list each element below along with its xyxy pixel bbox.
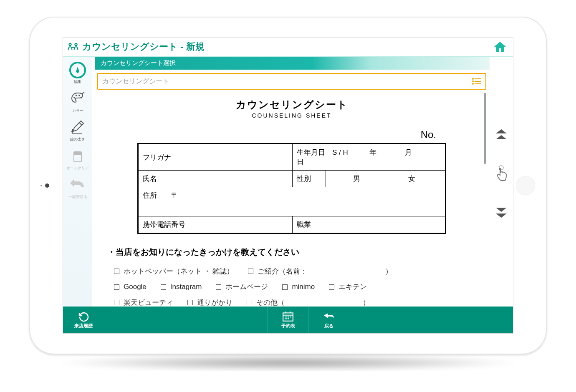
cell-phone[interactable]: 携帯電話番号 bbox=[138, 216, 293, 234]
svg-point-10 bbox=[472, 80, 474, 82]
tool-color-label: カラー bbox=[72, 108, 83, 113]
cell-address[interactable]: 住所 〒 bbox=[138, 187, 446, 216]
svg-rect-9 bbox=[475, 78, 481, 79]
section-header: カウンセリングシート選択 bbox=[95, 57, 490, 70]
cell-gender-label: 性別 bbox=[293, 171, 326, 187]
list-icon bbox=[472, 78, 481, 85]
svg-point-12 bbox=[472, 83, 474, 85]
sheet-selector-value: カウンセリングシート bbox=[102, 77, 169, 86]
cell-furigana-value[interactable] bbox=[188, 144, 293, 171]
gender-female[interactable]: 女 bbox=[385, 174, 438, 183]
bottom-calendar[interactable]: 予約表 bbox=[267, 307, 308, 333]
scroll-up-icon[interactable] bbox=[495, 129, 508, 140]
sheet-title-en: COUNSELING SHEET bbox=[97, 112, 486, 119]
tool-thickness-label: 線の太さ bbox=[70, 137, 85, 142]
choice-google[interactable]: Google bbox=[114, 279, 147, 294]
top-bar: カウンセリングシート - 新規 bbox=[63, 38, 513, 57]
bottom-history-label: 来店履歴 bbox=[74, 323, 93, 329]
back-arrow-icon bbox=[323, 311, 335, 322]
pen-in-circle-icon bbox=[73, 66, 82, 74]
history-icon bbox=[78, 311, 89, 322]
eraser-icon bbox=[71, 149, 85, 163]
svg-rect-7 bbox=[74, 152, 81, 155]
svg-point-1 bbox=[75, 43, 77, 45]
cell-gender-value[interactable]: 男 女 bbox=[326, 171, 446, 187]
sheet-no-label: No. bbox=[97, 129, 486, 141]
choice-walkby[interactable]: 通りがかり bbox=[187, 295, 232, 307]
cell-birth[interactable]: 生年月日 S / H 年 月 日 bbox=[293, 144, 446, 171]
palette-icon bbox=[69, 90, 86, 107]
customer-info-table: フリガナ 生年月日 S / H 年 月 日 氏名 性別 男 bbox=[137, 143, 446, 234]
question-1-title: ・当店をお知りになったきっかけを教えてください bbox=[107, 246, 486, 258]
cell-job[interactable]: 職業 bbox=[293, 216, 446, 234]
counseling-icon bbox=[67, 42, 79, 52]
choice-hotpepper[interactable]: ホットペッパー（ネット ・ 雑誌） bbox=[114, 264, 234, 279]
pencil-icon bbox=[70, 120, 85, 135]
sheet-title-ja: カウンセリングシート bbox=[97, 98, 486, 111]
tool-undo-label: 一段階戻る bbox=[68, 194, 87, 200]
svg-point-2 bbox=[73, 97, 75, 98]
undo-icon bbox=[70, 179, 85, 191]
choice-instagram[interactable]: Instagram bbox=[161, 279, 202, 294]
choice-ekiten[interactable]: エキテン bbox=[329, 279, 367, 294]
svg-rect-13 bbox=[475, 83, 481, 84]
tool-allclear[interactable]: オールクリア bbox=[63, 146, 92, 173]
sheet-viewport[interactable]: カウンセリングシート COUNSELING SHEET No. フリガナ 生年月… bbox=[97, 92, 486, 307]
app-screen: カウンセリングシート - 新規 編集 カラー 線の太さ bbox=[63, 38, 513, 334]
svg-point-0 bbox=[69, 43, 71, 45]
scroll-controls bbox=[490, 57, 513, 307]
tool-undo[interactable]: 一段階戻る bbox=[63, 175, 92, 202]
svg-point-5 bbox=[81, 97, 82, 98]
gender-male[interactable]: 男 bbox=[330, 174, 383, 183]
tool-edit-label: 編集 bbox=[74, 79, 81, 85]
tool-allclear-label: オールクリア bbox=[66, 166, 89, 171]
choice-homepage[interactable]: ホームページ bbox=[216, 279, 268, 294]
choice-other[interactable]: その他（ ） bbox=[247, 295, 370, 307]
tablet-frame: カウンセリングシート - 新規 編集 カラー 線の太さ bbox=[29, 17, 547, 354]
tool-edit[interactable]: 編集 bbox=[63, 60, 92, 87]
bottom-history[interactable]: 来店履歴 bbox=[63, 307, 104, 333]
choice-rakuten[interactable]: 楽天ビューティ bbox=[114, 295, 173, 307]
cell-furigana-label: フリガナ bbox=[138, 144, 188, 171]
page-title: カウンセリングシート - 新規 bbox=[82, 40, 205, 53]
svg-point-4 bbox=[78, 95, 80, 96]
bottom-back-label: 戻る bbox=[324, 323, 333, 329]
bottom-calendar-label: 予約表 bbox=[281, 323, 295, 329]
bottom-bar: 来店履歴 予約表 戻る bbox=[63, 307, 513, 333]
choice-referral[interactable]: ご紹介（名前： ） bbox=[248, 264, 392, 279]
cell-name-value[interactable] bbox=[188, 171, 293, 187]
tool-color[interactable]: カラー bbox=[63, 89, 92, 116]
tablet-camera bbox=[45, 183, 49, 188]
sheet-selector[interactable]: カウンセリングシート bbox=[97, 73, 486, 90]
svg-point-8 bbox=[472, 78, 474, 80]
svg-rect-11 bbox=[475, 81, 481, 82]
page-title-group: カウンセリングシート - 新規 bbox=[67, 40, 205, 53]
cell-name-label: 氏名 bbox=[138, 171, 188, 187]
tool-thickness[interactable]: 線の太さ bbox=[63, 118, 92, 145]
question-1-choices: ホットペッパー（ネット ・ 雑誌） ご紹介（名前： ） Google Insta… bbox=[97, 264, 486, 307]
bottom-back[interactable]: 戻る bbox=[308, 307, 349, 333]
calendar-icon bbox=[282, 311, 294, 322]
left-toolbar: 編集 カラー 線の太さ オールクリア 一段階戻る bbox=[63, 57, 92, 307]
svg-point-3 bbox=[76, 95, 77, 96]
choice-minimo[interactable]: minimo bbox=[282, 279, 315, 294]
tablet-home-button[interactable] bbox=[516, 176, 535, 195]
main-content: カウンセリングシート選択 カウンセリングシート カウンセリングシート COUNS… bbox=[92, 57, 490, 307]
tap-hand-icon[interactable] bbox=[494, 165, 508, 182]
home-icon[interactable] bbox=[493, 40, 507, 53]
scroll-down-icon[interactable] bbox=[495, 207, 508, 218]
